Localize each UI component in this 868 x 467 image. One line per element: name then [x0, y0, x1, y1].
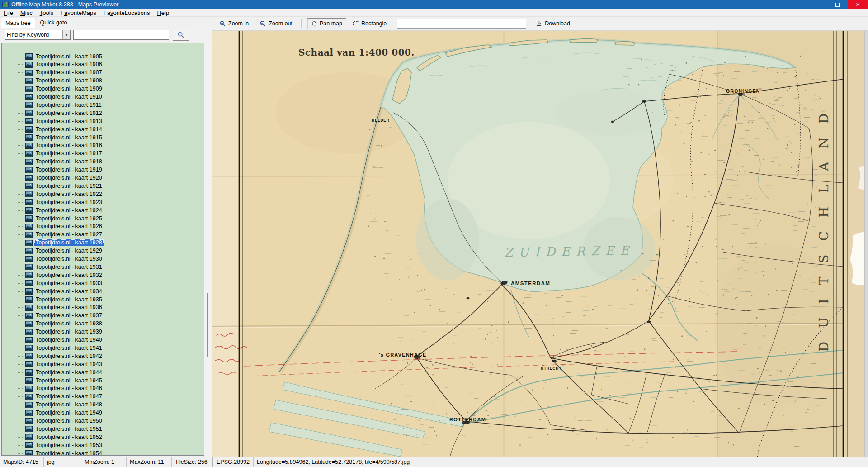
tree-item[interactable]: Topotijdreis.nl - kaart 1925: [2, 214, 104, 223]
download-button[interactable]: Download: [533, 19, 574, 29]
tree-item[interactable]: Topotijdreis.nl - kaart 1909: [2, 85, 104, 93]
tree-item[interactable]: Topotijdreis.nl - kaart 1910: [2, 93, 104, 101]
tree-item[interactable]: Topotijdreis.nl - kaart 1954: [2, 449, 104, 456]
pan-map-button[interactable]: Pan map: [307, 18, 346, 29]
tree-scrollbar[interactable]: [204, 43, 211, 456]
tree-item[interactable]: Topotijdreis.nl - kaart 1927: [2, 231, 104, 239]
tree-item[interactable]: Topotijdreis.nl - kaart 1908: [2, 77, 104, 85]
menu-favoritelocations[interactable]: FavoriteLocations: [100, 9, 154, 17]
zuiderzee-label: ZUIDERZEE: [504, 243, 635, 259]
tree-item-label: Topotijdreis.nl - kaart 1914: [34, 126, 104, 133]
tree-item[interactable]: Topotijdreis.nl - kaart 1942: [2, 352, 104, 360]
tree-item[interactable]: Topotijdreis.nl - kaart 1914: [2, 125, 104, 133]
tree-item[interactable]: Topotijdreis.nl - kaart 1912: [2, 109, 104, 117]
tab-quick-goto[interactable]: Quick goto: [36, 18, 72, 27]
status-coordinates: Longitude=5.894962, Latitude=52.728178, …: [254, 457, 868, 467]
minimize-button[interactable]: [807, 0, 827, 9]
tree-item[interactable]: Topotijdreis.nl - kaart 1929: [2, 247, 104, 255]
close-button[interactable]: ✕: [848, 0, 868, 9]
combobox-value: Find by Keyword: [5, 32, 62, 38]
map-scroll-strip[interactable]: [864, 31, 868, 457]
tree-item[interactable]: Topotijdreis.nl - kaart 1944: [2, 368, 104, 376]
tree-connector-icon: [17, 300, 25, 300]
tree-item[interactable]: Topotijdreis.nl - kaart 1945: [2, 376, 104, 385]
map-canvas[interactable]: Schaal van 1:400 000. ZUIDERZEE AMSTERDA…: [212, 31, 868, 457]
tree-item[interactable]: Topotijdreis.nl - kaart 1950: [2, 417, 104, 425]
maps-tree-list[interactable]: Topotijdreis.nl - kaart 1905Topotijdreis…: [1, 43, 205, 456]
tree-item-label: Topotijdreis.nl - kaart 1925: [34, 215, 104, 222]
tree-item[interactable]: Topotijdreis.nl - kaart 1936: [2, 304, 104, 312]
tree-item[interactable]: Topotijdreis.nl - kaart 1930: [2, 255, 104, 263]
tree-item[interactable]: Topotijdreis.nl - kaart 1916: [2, 142, 104, 150]
tree-item[interactable]: Topotijdreis.nl - kaart 1919: [2, 166, 104, 174]
tab-maps-tree[interactable]: Maps tree: [1, 18, 35, 28]
tree-item[interactable]: Topotijdreis.nl - kaart 1917: [2, 150, 104, 158]
tree-connector-icon: [17, 340, 25, 340]
zoom-in-button[interactable]: Zoom in: [215, 18, 253, 29]
chevron-down-icon[interactable]: ▼: [62, 30, 70, 39]
helder-label: HELDER: [372, 118, 390, 123]
tree-item[interactable]: Topotijdreis.nl - kaart 1948: [2, 401, 104, 409]
tree-item[interactable]: Topotijdreis.nl - kaart 1913: [2, 117, 104, 125]
tree-item[interactable]: Topotijdreis.nl - kaart 1938: [2, 320, 104, 328]
map-thumbnail-icon: [25, 199, 33, 205]
search-input[interactable]: [73, 30, 169, 40]
tree-item[interactable]: Topotijdreis.nl - kaart 1933: [2, 279, 104, 287]
tree-item[interactable]: Topotijdreis.nl - kaart 1922: [2, 190, 104, 198]
menu-favoritemaps[interactable]: FavoriteMaps: [57, 9, 100, 17]
menu-tools[interactable]: Tools: [36, 9, 57, 17]
menu-help[interactable]: Help: [153, 9, 173, 17]
tree-item[interactable]: Topotijdreis.nl - kaart 1918: [2, 158, 104, 166]
map-thumbnail-icon: [25, 450, 33, 456]
tree-connector-icon: [17, 267, 25, 267]
tree-scrollbar-thumb[interactable]: [207, 293, 208, 357]
tree-item[interactable]: Topotijdreis.nl - kaart 1923: [2, 198, 104, 206]
tree-item[interactable]: Topotijdreis.nl - kaart 1947: [2, 393, 104, 401]
zoom-out-button[interactable]: Zoom out: [255, 18, 297, 29]
tree-item[interactable]: Topotijdreis.nl - kaart 1939: [2, 328, 104, 336]
tree-item[interactable]: Topotijdreis.nl - kaart 1928: [2, 239, 104, 247]
tree-item[interactable]: Topotijdreis.nl - kaart 1906: [2, 61, 104, 69]
map-thumbnail-icon: [25, 118, 33, 124]
tree-item[interactable]: Topotijdreis.nl - kaart 1915: [2, 133, 104, 142]
tree-connector-icon: [17, 81, 25, 81]
tree-item[interactable]: Topotijdreis.nl - kaart 1949: [2, 409, 104, 417]
tree-item[interactable]: Topotijdreis.nl - kaart 1943: [2, 360, 104, 368]
tree-item[interactable]: Topotijdreis.nl - kaart 1937: [2, 312, 104, 320]
maximize-button[interactable]: [827, 0, 848, 9]
map-thumbnail-icon: [25, 402, 33, 408]
rectangle-button[interactable]: Rectangle: [349, 18, 391, 29]
tree-item[interactable]: Topotijdreis.nl - kaart 1941: [2, 344, 104, 352]
tree-item[interactable]: Topotijdreis.nl - kaart 1920: [2, 174, 104, 182]
tree-item[interactable]: Topotijdreis.nl - kaart 1946: [2, 385, 104, 393]
map-thumbnail-icon: [25, 345, 33, 351]
tree-item[interactable]: Topotijdreis.nl - kaart 1924: [2, 206, 104, 214]
tree-connector-icon: [17, 105, 25, 105]
tree-item[interactable]: Topotijdreis.nl - kaart 1940: [2, 336, 104, 344]
tree-connector-icon: [17, 315, 25, 316]
find-by-combobox[interactable]: Find by Keyword ▼: [5, 30, 71, 40]
tree-connector-icon: [17, 291, 25, 292]
tree-item[interactable]: Topotijdreis.nl - kaart 1907: [2, 69, 104, 77]
status-maps-id: MapsID: 4715: [0, 457, 44, 467]
tree-item[interactable]: Topotijdreis.nl - kaart 1926: [2, 223, 104, 231]
tree-item[interactable]: Topotijdreis.nl - kaart 1953: [2, 441, 104, 449]
tree-item-label: Topotijdreis.nl - kaart 1924: [34, 207, 104, 214]
tree-item[interactable]: Topotijdreis.nl - kaart 1935: [2, 295, 104, 304]
toolbar-input[interactable]: [397, 19, 526, 29]
tree-item[interactable]: Topotijdreis.nl - kaart 1931: [2, 263, 104, 271]
tree-item[interactable]: Topotijdreis.nl - kaart 1911: [2, 101, 103, 109]
tree-item[interactable]: Topotijdreis.nl - kaart 1921: [2, 182, 104, 190]
menu-misc[interactable]: Misc: [17, 9, 36, 17]
tree-item[interactable]: Topotijdreis.nl - kaart 1905: [2, 52, 104, 61]
tree-item[interactable]: Topotijdreis.nl - kaart 1951: [2, 425, 104, 433]
tree-item[interactable]: Topotijdreis.nl - kaart 1934: [2, 287, 104, 295]
menu-file[interactable]: File: [0, 9, 17, 17]
tree-item-label: Topotijdreis.nl - kaart 1935: [34, 296, 104, 303]
tree-item[interactable]: Topotijdreis.nl - kaart 1952: [2, 433, 104, 441]
map-thumbnail-icon: [25, 369, 33, 376]
tree-connector-icon: [17, 162, 25, 162]
search-button[interactable]: [173, 29, 189, 41]
tree-item[interactable]: Topotijdreis.nl - kaart 1932: [2, 271, 104, 279]
title-bar[interactable]: Offline Map Maker 8.383 - Maps Previewer…: [0, 0, 868, 9]
